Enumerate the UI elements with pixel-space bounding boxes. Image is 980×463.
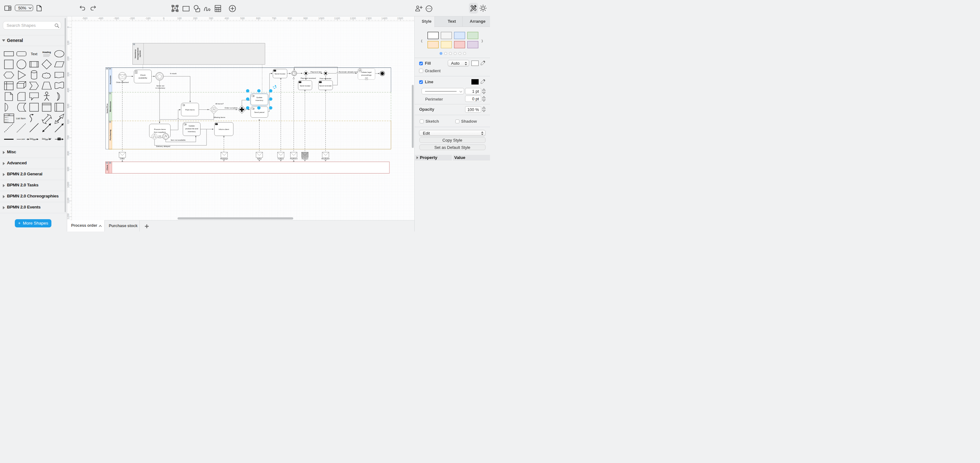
svg-text:Inform client: Inform client — [218, 128, 229, 130]
svg-text:Check: Check — [140, 74, 146, 76]
svg-text:product list and: product list and — [185, 128, 198, 130]
svg-text:Update: Update — [189, 125, 195, 127]
svg-text:proceedings: proceedings — [361, 74, 371, 76]
svg-text:Send reminder: Send reminder — [319, 84, 331, 86]
svg-text:system: system — [139, 50, 141, 57]
svg-text:Warehouse: Warehouse — [109, 101, 111, 111]
svg-text:Procure items: Procure items — [154, 128, 165, 130]
svg-text:inventory: inventory — [188, 130, 195, 132]
svg-text:Items: Items — [257, 158, 262, 159]
svg-text:Label: Label — [33, 139, 36, 141]
svg-text:Receipt: Receipt — [301, 158, 308, 159]
svg-text:Missing items: Missing items — [213, 116, 225, 118]
svg-text:from suppliers: from suppliers — [154, 131, 166, 133]
svg-text:in inventory: in inventory — [156, 87, 165, 89]
svg-text:Accounts: Accounts — [109, 75, 111, 84]
svg-text:In stock: In stock — [170, 72, 177, 74]
svg-text:Reminder: Reminder — [321, 158, 329, 159]
svg-text:Order received: Order received — [116, 81, 129, 83]
svg-text:Pack items: Pack items — [185, 109, 194, 111]
svg-text:management: management — [136, 48, 138, 60]
svg-text:Items'R'us: Items'R'us — [106, 103, 108, 113]
svg-text:Payment received: Payment received — [301, 77, 316, 79]
svg-text:List Item: List Item — [16, 117, 26, 120]
svg-text:Source: Source — [30, 138, 33, 139]
svg-text:Label: Label — [45, 139, 48, 141]
svg-text:Inventory: Inventory — [134, 49, 136, 58]
svg-text:List: List — [8, 114, 10, 116]
svg-text:Order: Order — [120, 158, 124, 159]
svg-text:Item not available: Item not available — [170, 139, 186, 141]
svg-text:Delivery delayed: Delivery delayed — [156, 145, 170, 147]
svg-text:Heading: Heading — [43, 51, 51, 54]
svg-text:Initiate legal: Initiate legal — [361, 71, 371, 73]
svg-text:All items?: All items? — [215, 103, 224, 105]
svg-text:Item 3: Item 3 — [5, 121, 8, 123]
svg-text:Source: Source — [42, 138, 45, 139]
svg-text:Send receipt: Send receipt — [299, 84, 310, 86]
svg-text:Message: Message — [220, 158, 228, 159]
svg-text:Items not: Items not — [156, 84, 164, 86]
svg-text:Text: Text — [30, 52, 38, 56]
svg-text:Send invoice: Send invoice — [274, 73, 285, 75]
svg-text:Item 1: Item 1 — [5, 117, 8, 118]
svg-text:Update: Update — [256, 96, 262, 98]
svg-text:Client: Client — [106, 165, 108, 170]
svg-text:Payment: Payment — [290, 158, 298, 159]
svg-text:Invoice: Invoice — [277, 158, 284, 159]
svg-text:Reminder already sent: Reminder already sent — [339, 71, 358, 73]
svg-text:inventory: inventory — [255, 99, 263, 101]
svg-text:Send parcel: Send parcel — [254, 111, 264, 113]
svg-text:availability: availability — [138, 77, 147, 79]
svg-text:Item 2: Item 2 — [5, 119, 8, 121]
svg-text:Purchasing: Purchasing — [109, 129, 111, 140]
svg-text:Order complete: Order complete — [224, 107, 238, 109]
svg-text:First reminder: First reminder — [320, 77, 331, 79]
svg-text:Label: Label — [21, 138, 25, 140]
svg-text:Payment late: Payment late — [310, 71, 321, 73]
svg-text:A: A — [174, 6, 176, 11]
